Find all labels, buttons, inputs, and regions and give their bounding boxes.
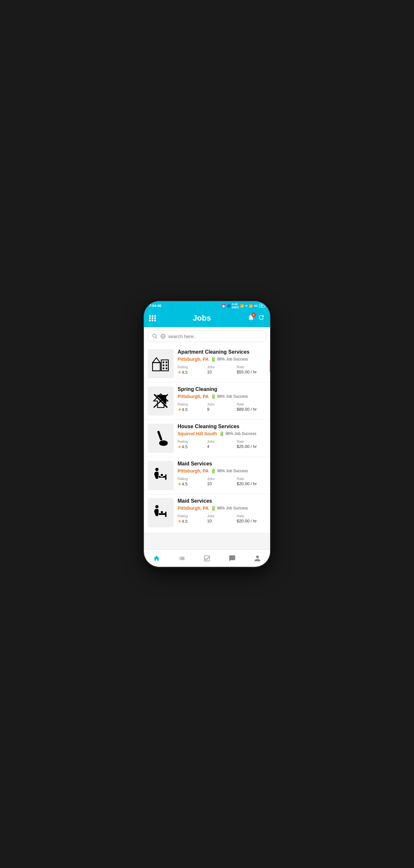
header: Jobs 0 bbox=[144, 310, 270, 327]
job-icon-maid-1 bbox=[148, 461, 174, 490]
svg-rect-23 bbox=[165, 474, 167, 480]
job-icon-maid-2 bbox=[148, 498, 174, 527]
bluetooth-icon: 🔵 bbox=[227, 304, 231, 308]
success-icon-3: 🔋 bbox=[219, 431, 225, 436]
phone-screen: 7:04:46 ⏰ 🔵 0.44KB/S 📶 H 📶 4G 87 Jobs bbox=[144, 301, 270, 567]
list-icon bbox=[178, 555, 185, 562]
search-input[interactable] bbox=[168, 334, 262, 339]
stat-rate-2: Rate $89.00 / hr bbox=[237, 402, 266, 412]
header-actions: 0 bbox=[247, 314, 265, 322]
job-success-3: 🔋 98% Job Success bbox=[219, 431, 256, 436]
search-section bbox=[144, 327, 270, 345]
svg-rect-5 bbox=[153, 363, 161, 371]
refresh-icon[interactable] bbox=[258, 314, 265, 322]
job-card-4[interactable]: Maid Services Pittsburgh, PA 🔋 98% Job S… bbox=[144, 457, 270, 494]
job-loc-row-1: Pittsburgh, PA 🔋 98% Job Success bbox=[178, 356, 266, 362]
svg-point-21 bbox=[155, 468, 159, 471]
stat-jobs-1: Jobs 10 bbox=[207, 365, 236, 375]
stat-jobs-4: Jobs 10 bbox=[207, 477, 236, 487]
svg-rect-12 bbox=[163, 368, 164, 369]
job-stats-1: Rating ★4.5 Jobs 10 Rate $55.00 / hr bbox=[178, 365, 266, 375]
success-icon-4: 🔋 bbox=[211, 468, 216, 473]
svg-rect-30 bbox=[204, 555, 210, 561]
alarm-icon: ⏰ bbox=[221, 304, 226, 308]
job-title-3: House Cleaning Services bbox=[178, 424, 266, 430]
job-card-2[interactable]: Spring Cleaning Pittsburgh, PA 🔋 98% Job… bbox=[144, 382, 270, 420]
profile-icon bbox=[254, 555, 261, 562]
nav-home[interactable] bbox=[144, 550, 169, 567]
svg-rect-11 bbox=[166, 365, 167, 366]
notification-badge: 0 bbox=[251, 313, 256, 317]
stat-jobs-3: Jobs 4 bbox=[207, 439, 236, 449]
job-stats-5: Rating ★4.5 Jobs 10 Rate $20.00 / hr bbox=[178, 514, 266, 524]
svg-rect-10 bbox=[163, 365, 164, 366]
stat-rating-3: Rating ★4.5 bbox=[178, 439, 207, 449]
job-card-1[interactable]: Apartment Cleaning Services Pittsburgh, … bbox=[144, 345, 270, 382]
stat-jobs-5: Jobs 10 bbox=[207, 514, 236, 524]
status-right-icons: ⏰ 🔵 0.44KB/S 📶 H 📶 4G 87 bbox=[221, 303, 265, 309]
job-card-3[interactable]: House Cleaning Services Squirrel Hill So… bbox=[144, 420, 270, 457]
signal-speed: 0.44KB/S bbox=[232, 303, 239, 309]
svg-rect-9 bbox=[166, 362, 167, 363]
job-info-5: Maid Services Pittsburgh, PA 🔋 98% Job S… bbox=[178, 498, 266, 529]
job-success-5: 🔋 98% Job Success bbox=[211, 505, 248, 511]
stat-rating-2: Rating ★4.5 bbox=[178, 402, 207, 412]
stat-rate-4: Rate $20.00 / hr bbox=[237, 477, 266, 487]
stat-rating-4: Rating ★4.5 bbox=[178, 477, 207, 487]
stat-rate-5: Rate $20.00 / hr bbox=[237, 514, 266, 524]
job-location-4: Pittsburgh, PA bbox=[178, 468, 209, 473]
job-icon-spring bbox=[148, 386, 174, 415]
bottom-navigation bbox=[144, 549, 270, 567]
phone-frame: 7:04:46 ⏰ 🔵 0.44KB/S 📶 H 📶 4G 87 Jobs bbox=[144, 301, 270, 567]
side-button bbox=[270, 360, 270, 372]
stat-rate-1: Rate $55.00 / hr bbox=[237, 365, 266, 375]
job-title-5: Maid Services bbox=[178, 498, 266, 504]
nav-profile[interactable] bbox=[245, 550, 270, 567]
job-location-3: Squirrel Hill South bbox=[178, 431, 217, 436]
success-icon-2: 🔋 bbox=[211, 394, 216, 399]
svg-marker-6 bbox=[153, 358, 161, 363]
job-icon-apartment bbox=[148, 349, 174, 378]
signal-4g: 4G bbox=[254, 304, 258, 307]
signal-bars: 📶 bbox=[249, 304, 252, 308]
svg-point-29 bbox=[161, 511, 163, 513]
job-success-4: 🔋 98% Job Success bbox=[211, 468, 248, 473]
search-bar[interactable] bbox=[148, 330, 266, 342]
globe-icon bbox=[161, 334, 166, 339]
battery-icon: 87 bbox=[259, 304, 265, 308]
search-icon bbox=[152, 333, 158, 339]
svg-rect-28 bbox=[165, 512, 167, 517]
job-title-1: Apartment Cleaning Services bbox=[178, 349, 266, 355]
job-card-5[interactable]: Maid Services Pittsburgh, PA 🔋 98% Job S… bbox=[144, 494, 270, 533]
notification-bell[interactable]: 0 bbox=[247, 314, 254, 322]
svg-rect-8 bbox=[163, 362, 164, 363]
stat-jobs-2: Jobs 9 bbox=[207, 402, 236, 412]
home-icon bbox=[153, 555, 160, 562]
nav-list[interactable] bbox=[169, 550, 195, 567]
job-location-5: Pittsburgh, PA bbox=[178, 505, 209, 511]
stat-rating-1: Rating ★4.5 bbox=[178, 365, 207, 375]
stat-rate-3: Rate $25.00 / hr bbox=[237, 439, 266, 449]
svg-point-26 bbox=[155, 505, 159, 508]
page-title: Jobs bbox=[193, 313, 211, 322]
svg-rect-27 bbox=[159, 513, 166, 515]
job-location-2: Pittsburgh, PA bbox=[178, 394, 209, 399]
job-success-1: 🔋 98% Job Success bbox=[211, 356, 248, 362]
network-icon: H bbox=[245, 304, 247, 307]
nav-tasks[interactable] bbox=[195, 550, 219, 567]
grid-menu-icon[interactable] bbox=[149, 315, 156, 321]
nav-chat[interactable] bbox=[219, 550, 245, 567]
job-stats-4: Rating ★4.5 Jobs 10 Rate $20.00 / hr bbox=[178, 477, 266, 487]
job-stats-3: Rating ★4.5 Jobs 4 Rate $25.00 / hr bbox=[178, 439, 266, 449]
job-title-4: Maid Services bbox=[178, 461, 266, 467]
job-info-1: Apartment Cleaning Services Pittsburgh, … bbox=[178, 349, 266, 378]
svg-point-0 bbox=[153, 334, 156, 338]
success-icon-1: 🔋 bbox=[211, 356, 216, 362]
svg-rect-19 bbox=[157, 431, 163, 441]
job-loc-row-5: Pittsburgh, PA 🔋 98% Job Success bbox=[178, 505, 266, 511]
stat-rating-5: Rating ★4.5 bbox=[178, 514, 207, 524]
job-title-2: Spring Cleaning bbox=[178, 386, 266, 392]
svg-line-1 bbox=[156, 337, 157, 338]
job-stats-2: Rating ★4.5 Jobs 9 Rate $89.00 / hr bbox=[178, 402, 266, 412]
job-info-4: Maid Services Pittsburgh, PA 🔋 98% Job S… bbox=[178, 461, 266, 490]
